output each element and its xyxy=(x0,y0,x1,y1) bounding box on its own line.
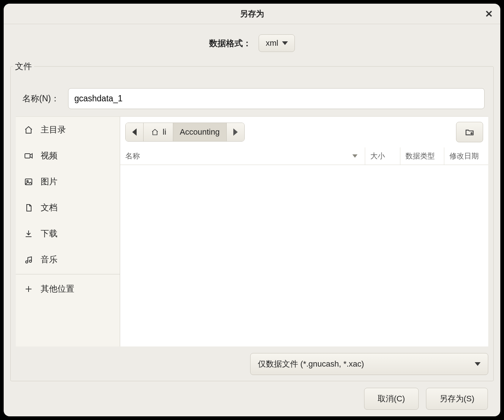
path-segment-current[interactable]: Accounting xyxy=(173,123,227,141)
file-chooser: 主目录 视频 图片 xyxy=(16,116,488,346)
sidebar-item-label: 其他位置 xyxy=(41,283,74,295)
format-value: xml xyxy=(266,38,278,48)
document-icon xyxy=(24,203,33,213)
home-icon xyxy=(24,125,33,135)
video-icon xyxy=(24,151,33,161)
column-header-date[interactable]: 修改日期 xyxy=(444,147,488,165)
home-icon xyxy=(150,127,160,137)
sidebar-item-label: 音乐 xyxy=(41,254,58,265)
file-filter-value: 仅数据文件 (*.gnucash, *.xac) xyxy=(258,359,364,370)
format-label: 数据格式： xyxy=(209,38,251,49)
file-list-area: li Accounting xyxy=(120,117,488,346)
close-icon[interactable]: ✕ xyxy=(485,9,493,19)
music-icon xyxy=(24,255,33,265)
download-icon xyxy=(24,229,33,239)
list-header: 名称 大小 数据类型 修改日期 xyxy=(120,147,488,165)
path-forward-button[interactable] xyxy=(227,123,244,141)
file-group-label: 文件 xyxy=(13,61,34,72)
chevron-down-icon xyxy=(475,362,481,366)
new-folder-icon xyxy=(465,127,474,137)
pathbar: li Accounting xyxy=(120,117,488,147)
path-segment-label: Accounting xyxy=(180,127,220,137)
column-header-size[interactable]: 大小 xyxy=(365,147,400,165)
sidebar-item-label: 下载 xyxy=(41,228,58,239)
chevron-down-icon xyxy=(282,41,288,45)
name-label: 名称(N)： xyxy=(22,93,59,104)
svg-rect-0 xyxy=(25,154,30,158)
sidebar-item-video[interactable]: 视频 xyxy=(16,143,120,169)
sort-indicator-icon xyxy=(352,154,357,158)
path-segment-home[interactable]: li xyxy=(144,123,173,141)
sidebar-item-downloads[interactable]: 下载 xyxy=(16,221,120,247)
sidebar-item-images[interactable]: 图片 xyxy=(16,169,120,195)
sidebar-item-home[interactable]: 主目录 xyxy=(16,117,120,143)
dialog-title: 另存为 xyxy=(240,8,264,19)
file-filter-combo[interactable]: 仅数据文件 (*.gnucash, *.xac) xyxy=(250,353,488,375)
chevron-left-icon xyxy=(132,128,137,136)
sidebar-item-other-locations[interactable]: 其他位置 xyxy=(16,276,120,302)
image-icon xyxy=(24,177,33,187)
sidebar-separator xyxy=(16,274,120,274)
sidebar-item-label: 图片 xyxy=(41,176,58,187)
sidebar-item-label: 主目录 xyxy=(41,124,66,135)
dialog-body: 数据格式： xml 文件 名称(N)： 主目录 xyxy=(4,24,500,416)
filename-input[interactable] xyxy=(68,88,485,109)
file-group: 文件 名称(N)： 主目录 xyxy=(10,61,494,381)
action-row: 取消(C) 另存为(S) xyxy=(10,381,494,410)
filter-row: 仅数据文件 (*.gnucash, *.xac) xyxy=(11,346,493,375)
column-header-name[interactable]: 名称 xyxy=(120,147,365,165)
name-row: 名称(N)： xyxy=(11,72,493,116)
sidebar-item-label: 视频 xyxy=(41,150,58,161)
sidebar-item-label: 文档 xyxy=(41,202,58,213)
cancel-button[interactable]: 取消(C) xyxy=(364,388,419,410)
path-segmented: li Accounting xyxy=(125,123,245,142)
dialog-window: 另存为 ✕ 数据格式： xml 文件 名称(N)： xyxy=(4,4,500,416)
sidebar-item-music[interactable]: 音乐 xyxy=(16,247,120,273)
path-back-button[interactable] xyxy=(126,123,144,141)
sidebar-item-documents[interactable]: 文档 xyxy=(16,195,120,221)
list-body[interactable] xyxy=(120,165,488,346)
titlebar: 另存为 ✕ xyxy=(4,4,500,24)
format-combo[interactable]: xml xyxy=(259,34,294,52)
format-row: 数据格式： xml xyxy=(10,34,494,52)
save-button[interactable]: 另存为(S) xyxy=(426,388,488,410)
plus-icon xyxy=(24,284,33,294)
sidebar: 主目录 视频 图片 xyxy=(16,117,120,346)
chevron-right-icon xyxy=(233,128,238,136)
column-header-type[interactable]: 数据类型 xyxy=(400,147,444,165)
column-header-label: 名称 xyxy=(125,151,140,161)
path-segment-label: li xyxy=(163,127,166,137)
new-folder-button[interactable] xyxy=(456,122,483,142)
